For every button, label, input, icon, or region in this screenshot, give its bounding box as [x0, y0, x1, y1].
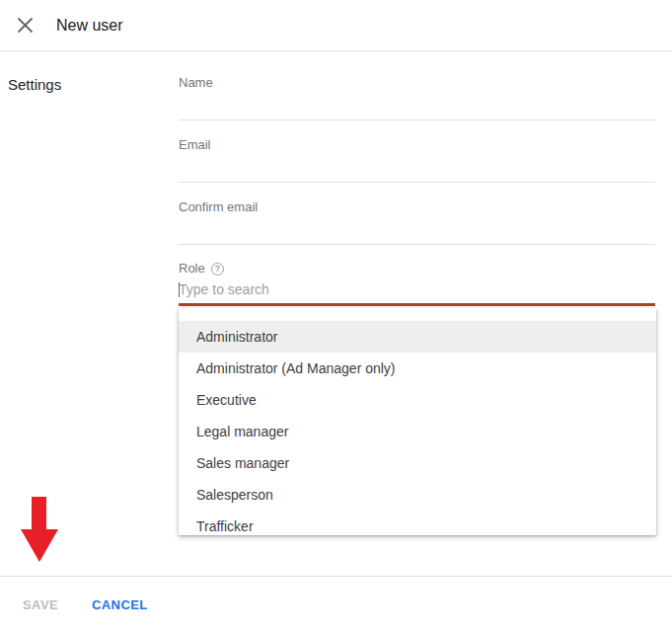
dialog-header: New user — [0, 0, 672, 51]
role-field: Role ? Administrator Administrator (Ad M… — [179, 262, 655, 306]
name-input[interactable] — [179, 90, 655, 119]
cancel-button[interactable]: CANCEL — [92, 597, 148, 612]
sidebar: Settings — [0, 51, 179, 306]
help-icon[interactable]: ? — [211, 263, 224, 276]
close-button[interactable] — [13, 14, 37, 38]
email-label: Email — [179, 138, 655, 152]
dialog-body: Settings Name Email Confirm email Role ? — [0, 51, 672, 306]
role-option[interactable]: Salesperson — [179, 479, 656, 511]
confirm-email-label: Confirm email — [179, 200, 655, 214]
email-input[interactable] — [179, 152, 655, 182]
new-user-dialog: New user Settings Name Email Confirm ema… — [0, 0, 672, 633]
role-dropdown: Administrator Administrator (Ad Manager … — [179, 308, 656, 535]
text-cursor — [179, 282, 180, 297]
email-field: Email — [179, 138, 655, 183]
close-icon — [17, 17, 34, 34]
role-label: Role — [179, 262, 205, 276]
confirm-email-input[interactable] — [179, 214, 655, 244]
role-option[interactable]: Sales manager — [179, 447, 656, 479]
dialog-footer: SAVE CANCEL — [0, 576, 672, 633]
role-search-input[interactable] — [179, 276, 655, 303]
save-button[interactable]: SAVE — [23, 597, 58, 612]
name-label: Name — [179, 76, 655, 90]
red-down-arrow-annotation — [21, 497, 58, 566]
role-option[interactable]: Trafficker — [179, 511, 656, 535]
settings-form: Name Email Confirm email Role ? — [179, 51, 655, 306]
role-option[interactable]: Administrator — [179, 321, 656, 353]
sidebar-item-settings: Settings — [8, 76, 61, 93]
confirm-email-field: Confirm email — [179, 200, 655, 245]
page-title: New user — [56, 17, 123, 35]
name-field: Name — [179, 76, 655, 120]
role-option[interactable]: Executive — [179, 384, 656, 416]
role-option[interactable]: Legal manager — [179, 416, 656, 447]
role-label-row: Role ? — [179, 262, 655, 276]
role-search-wrap — [179, 276, 655, 306]
role-option[interactable]: Administrator (Ad Manager only) — [179, 353, 656, 384]
